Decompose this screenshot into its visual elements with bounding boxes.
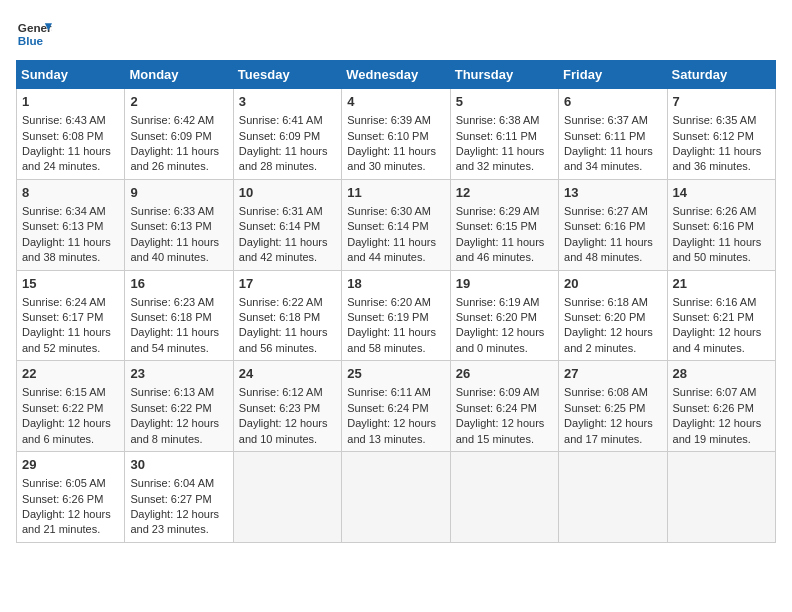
day-info: Sunset: 6:17 PM xyxy=(22,310,119,325)
day-info: Sunrise: 6:39 AM xyxy=(347,113,444,128)
day-info: Sunset: 6:10 PM xyxy=(347,129,444,144)
calendar-cell: 27Sunrise: 6:08 AMSunset: 6:25 PMDayligh… xyxy=(559,361,667,452)
day-info: Sunrise: 6:27 AM xyxy=(564,204,661,219)
day-info: Sunrise: 6:30 AM xyxy=(347,204,444,219)
day-info: Daylight: 11 hours xyxy=(239,235,336,250)
day-info: and 40 minutes. xyxy=(130,250,227,265)
day-info: and 2 minutes. xyxy=(564,341,661,356)
day-info: Daylight: 11 hours xyxy=(22,325,119,340)
day-header-tuesday: Tuesday xyxy=(233,61,341,89)
day-info: Sunset: 6:15 PM xyxy=(456,219,553,234)
day-info: Daylight: 11 hours xyxy=(673,144,770,159)
day-info: Sunrise: 6:42 AM xyxy=(130,113,227,128)
day-info: Daylight: 11 hours xyxy=(347,325,444,340)
day-info: Sunset: 6:13 PM xyxy=(130,219,227,234)
day-info: and 8 minutes. xyxy=(130,432,227,447)
day-info: Daylight: 12 hours xyxy=(22,507,119,522)
day-info: Sunset: 6:22 PM xyxy=(130,401,227,416)
day-info: Daylight: 12 hours xyxy=(130,507,227,522)
calendar-cell: 18Sunrise: 6:20 AMSunset: 6:19 PMDayligh… xyxy=(342,270,450,361)
day-info: Daylight: 11 hours xyxy=(22,235,119,250)
calendar-week-row: 29Sunrise: 6:05 AMSunset: 6:26 PMDayligh… xyxy=(17,452,776,543)
day-info: Sunrise: 6:08 AM xyxy=(564,385,661,400)
day-info: Sunset: 6:09 PM xyxy=(130,129,227,144)
day-info: Daylight: 11 hours xyxy=(130,325,227,340)
day-number: 18 xyxy=(347,275,444,293)
header: General Blue xyxy=(16,16,776,52)
day-info: Sunrise: 6:41 AM xyxy=(239,113,336,128)
day-header-friday: Friday xyxy=(559,61,667,89)
day-info: Sunset: 6:20 PM xyxy=(456,310,553,325)
day-info: Sunset: 6:18 PM xyxy=(130,310,227,325)
calendar-cell: 25Sunrise: 6:11 AMSunset: 6:24 PMDayligh… xyxy=(342,361,450,452)
day-info: Sunset: 6:25 PM xyxy=(564,401,661,416)
day-info: Sunset: 6:26 PM xyxy=(22,492,119,507)
day-info: and 17 minutes. xyxy=(564,432,661,447)
day-number: 8 xyxy=(22,184,119,202)
calendar-cell: 1Sunrise: 6:43 AMSunset: 6:08 PMDaylight… xyxy=(17,89,125,180)
calendar-cell xyxy=(342,452,450,543)
day-info: Daylight: 11 hours xyxy=(239,144,336,159)
day-info: and 34 minutes. xyxy=(564,159,661,174)
day-info: and 6 minutes. xyxy=(22,432,119,447)
calendar-week-row: 15Sunrise: 6:24 AMSunset: 6:17 PMDayligh… xyxy=(17,270,776,361)
calendar-cell: 4Sunrise: 6:39 AMSunset: 6:10 PMDaylight… xyxy=(342,89,450,180)
day-info: Sunrise: 6:24 AM xyxy=(22,295,119,310)
day-info: Daylight: 12 hours xyxy=(456,416,553,431)
day-number: 10 xyxy=(239,184,336,202)
day-info: Sunset: 6:08 PM xyxy=(22,129,119,144)
day-info: Sunrise: 6:20 AM xyxy=(347,295,444,310)
day-info: Daylight: 11 hours xyxy=(456,235,553,250)
calendar-cell xyxy=(559,452,667,543)
day-number: 12 xyxy=(456,184,553,202)
calendar-cell: 19Sunrise: 6:19 AMSunset: 6:20 PMDayligh… xyxy=(450,270,558,361)
day-number: 29 xyxy=(22,456,119,474)
day-info: Sunrise: 6:09 AM xyxy=(456,385,553,400)
day-number: 15 xyxy=(22,275,119,293)
day-number: 19 xyxy=(456,275,553,293)
day-info: Sunrise: 6:22 AM xyxy=(239,295,336,310)
day-info: Sunrise: 6:16 AM xyxy=(673,295,770,310)
day-info: Daylight: 12 hours xyxy=(456,325,553,340)
day-info: Sunrise: 6:38 AM xyxy=(456,113,553,128)
day-info: Daylight: 11 hours xyxy=(456,144,553,159)
day-number: 9 xyxy=(130,184,227,202)
calendar-cell xyxy=(450,452,558,543)
day-info: Sunset: 6:20 PM xyxy=(564,310,661,325)
day-number: 22 xyxy=(22,365,119,383)
day-info: and 48 minutes. xyxy=(564,250,661,265)
day-info: Sunset: 6:14 PM xyxy=(347,219,444,234)
day-info: Sunset: 6:22 PM xyxy=(22,401,119,416)
day-info: Sunset: 6:14 PM xyxy=(239,219,336,234)
logo-icon: General Blue xyxy=(16,16,52,52)
day-info: Daylight: 12 hours xyxy=(673,416,770,431)
day-info: Sunset: 6:21 PM xyxy=(673,310,770,325)
day-info: Sunrise: 6:33 AM xyxy=(130,204,227,219)
day-number: 16 xyxy=(130,275,227,293)
day-info: Sunrise: 6:35 AM xyxy=(673,113,770,128)
day-number: 17 xyxy=(239,275,336,293)
day-info: and 19 minutes. xyxy=(673,432,770,447)
day-info: Sunset: 6:09 PM xyxy=(239,129,336,144)
calendar-week-row: 8Sunrise: 6:34 AMSunset: 6:13 PMDaylight… xyxy=(17,179,776,270)
svg-text:General: General xyxy=(18,21,52,34)
day-info: Sunset: 6:27 PM xyxy=(130,492,227,507)
calendar-cell: 17Sunrise: 6:22 AMSunset: 6:18 PMDayligh… xyxy=(233,270,341,361)
calendar-cell: 6Sunrise: 6:37 AMSunset: 6:11 PMDaylight… xyxy=(559,89,667,180)
day-number: 25 xyxy=(347,365,444,383)
day-info: Daylight: 11 hours xyxy=(239,325,336,340)
day-info: Daylight: 11 hours xyxy=(564,235,661,250)
day-info: and 38 minutes. xyxy=(22,250,119,265)
day-info: Daylight: 11 hours xyxy=(673,235,770,250)
day-info: Daylight: 12 hours xyxy=(22,416,119,431)
calendar-week-row: 1Sunrise: 6:43 AMSunset: 6:08 PMDaylight… xyxy=(17,89,776,180)
calendar-cell: 13Sunrise: 6:27 AMSunset: 6:16 PMDayligh… xyxy=(559,179,667,270)
svg-text:Blue: Blue xyxy=(18,34,44,47)
calendar-cell: 21Sunrise: 6:16 AMSunset: 6:21 PMDayligh… xyxy=(667,270,775,361)
day-info: Daylight: 11 hours xyxy=(347,235,444,250)
day-header-saturday: Saturday xyxy=(667,61,775,89)
day-info: Sunrise: 6:43 AM xyxy=(22,113,119,128)
day-header-wednesday: Wednesday xyxy=(342,61,450,89)
day-info: Sunrise: 6:23 AM xyxy=(130,295,227,310)
day-info: and 52 minutes. xyxy=(22,341,119,356)
